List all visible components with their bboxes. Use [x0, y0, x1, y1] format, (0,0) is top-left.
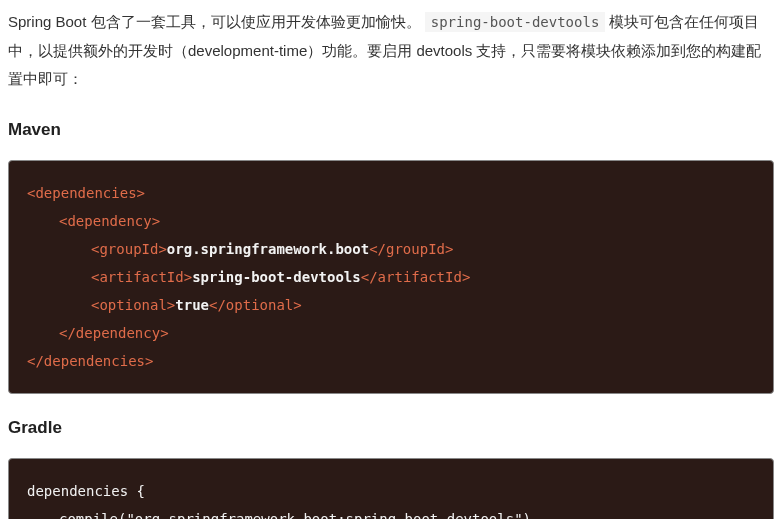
xml-tag: </dependencies> [27, 353, 153, 369]
xml-tag: </artifactId> [361, 269, 471, 285]
xml-tag: </optional> [209, 297, 302, 313]
code-line: <artifactId>spring-boot-devtools</artifa… [27, 263, 755, 291]
xml-tag: <artifactId> [91, 269, 192, 285]
code-line: <groupId>org.springframework.boot</group… [27, 235, 755, 263]
xml-text: org.springframework.boot [167, 241, 369, 257]
xml-tag: <groupId> [91, 241, 167, 257]
xml-text: true [175, 297, 209, 313]
maven-heading: Maven [8, 114, 774, 146]
code-line: </dependency> [27, 319, 755, 347]
xml-tag: <optional> [91, 297, 175, 313]
intro-paragraph: Spring Boot 包含了一套工具，可以使应用开发体验更加愉快。 sprin… [8, 8, 774, 94]
gradle-heading: Gradle [8, 412, 774, 444]
inline-code-devtools: spring-boot-devtools [425, 12, 606, 32]
xml-tag: <dependency> [59, 213, 160, 229]
code-line: <optional>true</optional> [27, 291, 755, 319]
maven-code-block: <dependencies> <dependency> <groupId>org… [8, 160, 774, 394]
code-line: compile("org.springframework.boot:spring… [27, 505, 755, 519]
gradle-text: compile("org.springframework.boot:spring… [59, 511, 531, 519]
code-line: dependencies { [27, 477, 755, 505]
code-line: </dependencies> [27, 347, 755, 375]
code-line: <dependency> [27, 207, 755, 235]
xml-tag: </groupId> [369, 241, 453, 257]
xml-tag: </dependency> [59, 325, 169, 341]
xml-text: spring-boot-devtools [192, 269, 361, 285]
xml-tag: <dependencies> [27, 185, 145, 201]
gradle-text: dependencies { [27, 483, 145, 499]
gradle-code-block: dependencies { compile("org.springframew… [8, 458, 774, 519]
intro-text-a: Spring Boot 包含了一套工具，可以使应用开发体验更加愉快。 [8, 13, 421, 30]
code-line: <dependencies> [27, 179, 755, 207]
